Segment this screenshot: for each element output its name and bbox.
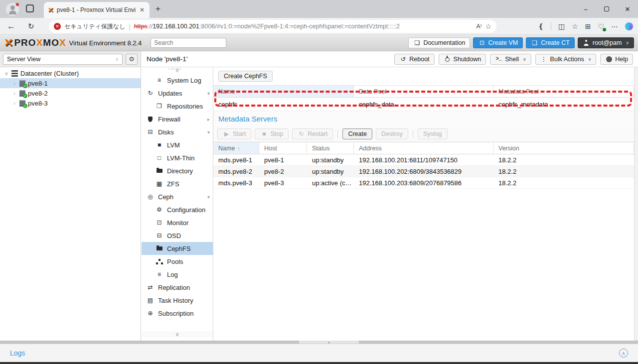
column-header-host[interactable]: Host bbox=[259, 142, 307, 154]
nav-item-firewall[interactable]: Firewall▸ bbox=[142, 113, 213, 125]
table-cell[interactable]: mds.pve8-2 bbox=[213, 166, 259, 177]
bulk-actions-button[interactable]: ⋮Bulk Actions∨ bbox=[535, 54, 597, 65]
column-header-address[interactable]: Address bbox=[354, 142, 493, 154]
restart-button[interactable]: ↻Restart bbox=[292, 128, 333, 139]
copilot-icon[interactable] bbox=[625, 22, 633, 30]
tree-item-datacenter-cluster-[interactable]: ∨Datacenter (Cluster) bbox=[0, 68, 141, 78]
window-minimize-button[interactable]: – bbox=[575, 0, 596, 18]
shutdown-button[interactable]: Shutdown bbox=[439, 54, 486, 65]
table-cell[interactable]: 18.2.2 bbox=[493, 177, 634, 189]
back-icon[interactable]: ← bbox=[7, 21, 15, 31]
create-button[interactable]: Create bbox=[342, 128, 372, 139]
bookmark-star-icon[interactable]: ☆ bbox=[485, 22, 491, 30]
logs-expand-button[interactable]: ∧ bbox=[619, 349, 628, 358]
nav-item-system-log[interactable]: ≡System Log bbox=[142, 74, 213, 87]
table-cell[interactable]: cephfs bbox=[213, 98, 354, 111]
nav-item-cephfs[interactable]: CephFS bbox=[142, 242, 213, 255]
nav-item-subscription[interactable]: ⊕Subscription bbox=[142, 307, 213, 320]
window-close-button[interactable]: ✕ bbox=[617, 0, 638, 18]
table-cell[interactable]: 192.168.100.203:6809/2076879586 bbox=[354, 177, 493, 189]
table-cell[interactable]: pve8-1 bbox=[259, 154, 307, 166]
section-collapse-icon[interactable]: ▾ bbox=[207, 91, 210, 96]
nav-item-updates[interactable]: ↻Updates▾ bbox=[142, 87, 213, 100]
column-header-name[interactable]: Name↑ bbox=[213, 142, 259, 154]
nav-item-zfs[interactable]: ▦ZFS bbox=[142, 177, 213, 190]
reboot-button[interactable]: ↺Reboot bbox=[394, 54, 434, 65]
nav-item-task-history[interactable]: ▤Task History bbox=[142, 294, 213, 307]
expand-icon[interactable]: › bbox=[12, 101, 17, 106]
table-cell[interactable]: pve8-2 bbox=[259, 166, 307, 177]
settings-menu-icon[interactable]: ⋯ bbox=[611, 22, 618, 30]
nav-scroll-down-icon[interactable]: ∨ bbox=[142, 331, 213, 338]
tree-item-pve8-2[interactable]: ›✓pve8-2 bbox=[0, 88, 141, 98]
browser-tab[interactable]: ✕ pve8-1 - Proxmox Virtual Environ ✕ bbox=[44, 2, 150, 18]
web-capture-icon[interactable]: ❴ bbox=[538, 22, 544, 30]
nav-item-repositories[interactable]: ❐Repositories bbox=[142, 100, 213, 113]
start-button[interactable]: ▶Start bbox=[217, 128, 251, 139]
tree-item-pve8-1[interactable]: ›✓pve8-1 bbox=[0, 78, 141, 88]
new-tab-button[interactable]: + bbox=[156, 4, 160, 14]
nav-item-osd[interactable]: ⊟OSD bbox=[142, 229, 213, 242]
nav-item-ceph[interactable]: ◎Ceph▾ bbox=[142, 190, 213, 203]
table-cell[interactable]: up:active (c… bbox=[307, 177, 354, 189]
table-cell[interactable]: 18.2.2 bbox=[493, 154, 634, 166]
nav-item-configuration[interactable]: ⚙Configuration bbox=[142, 203, 213, 216]
root-pam-button[interactable]: root@pam∨ bbox=[578, 37, 634, 48]
nav-item-monitor[interactable]: ⊡Monitor bbox=[142, 216, 213, 229]
help-button[interactable]: Help bbox=[600, 54, 633, 65]
column-header-metadata-pool[interactable]: Metadata Pool bbox=[493, 86, 634, 98]
content-scrollbar[interactable] bbox=[634, 67, 638, 341]
column-header-data-pool[interactable]: Data Pool bbox=[354, 86, 493, 98]
table-cell[interactable]: 192.168.100.202:6809/3843536829 bbox=[354, 166, 493, 177]
table-cell[interactable]: 18.2.2 bbox=[493, 166, 634, 177]
stop-button[interactable]: ■Stop bbox=[255, 128, 289, 139]
table-cell[interactable]: cephfs_metadata bbox=[493, 98, 634, 111]
tab-actions-icon[interactable] bbox=[26, 4, 34, 12]
tab-close-icon[interactable]: ✕ bbox=[139, 6, 146, 13]
section-collapse-icon[interactable]: ▾ bbox=[207, 129, 210, 135]
column-header-name[interactable]: Name↑ bbox=[213, 86, 354, 98]
nav-item-directory[interactable]: Directory bbox=[142, 164, 213, 177]
nav-item-log[interactable]: ≡Log bbox=[142, 268, 213, 281]
split-screen-icon[interactable]: ◫ bbox=[558, 22, 565, 30]
view-selector[interactable]: Server View ∨ bbox=[3, 54, 123, 65]
column-header-status[interactable]: Status bbox=[307, 142, 354, 154]
nav-item-lvm[interactable]: ■LVM bbox=[142, 138, 213, 151]
nav-scroll-up-icon[interactable]: ∧ bbox=[142, 67, 213, 74]
destroy-button[interactable]: Destroy bbox=[376, 128, 408, 139]
syslog-button[interactable]: Syslog bbox=[418, 128, 448, 139]
create-cephfs-button[interactable]: Create CephFS bbox=[218, 71, 273, 82]
nav-item-disks[interactable]: ⊟Disks▾ bbox=[142, 125, 213, 138]
window-maximize-button[interactable] bbox=[596, 0, 617, 18]
table-cell[interactable]: cephfs_data bbox=[354, 98, 493, 111]
section-expand-icon[interactable]: ▸ bbox=[207, 117, 210, 122]
favorites-icon[interactable]: ☆ bbox=[572, 22, 578, 30]
section-collapse-icon[interactable]: ▾ bbox=[207, 194, 210, 200]
collapse-icon[interactable]: ∨ bbox=[4, 71, 9, 76]
table-cell[interactable]: pve8-3 bbox=[259, 177, 307, 189]
shell-button[interactable]: >_Shell∨ bbox=[490, 54, 531, 65]
documentation-button[interactable]: ❏Documentation bbox=[408, 37, 470, 48]
search-input[interactable] bbox=[151, 38, 226, 48]
browser-essentials-icon[interactable]: ♡ bbox=[598, 22, 604, 30]
tree-item-pve8-3[interactable]: ›✓pve8-3 bbox=[0, 98, 141, 108]
table-cell[interactable]: up:standby bbox=[307, 154, 354, 166]
browser-profile-button[interactable] bbox=[6, 3, 19, 16]
collections-icon[interactable]: ⊞ bbox=[585, 22, 591, 30]
create-ct-button[interactable]: ❑Create CT bbox=[526, 37, 575, 48]
nav-item-replication[interactable]: ⇄Replication bbox=[142, 281, 213, 294]
read-aloud-icon[interactable]: A⁾ bbox=[476, 23, 481, 30]
create-vm-button[interactable]: ⊡Create VM bbox=[473, 37, 523, 48]
url-field[interactable]: ✕ セキュリティ保護なし | https://192.168.100.201:8… bbox=[49, 20, 496, 33]
nav-item-pools[interactable]: Pools bbox=[142, 255, 213, 268]
table-cell[interactable]: mds.pve8-1 bbox=[213, 154, 259, 166]
expand-icon[interactable]: › bbox=[12, 91, 17, 96]
tree-settings-button[interactable]: ⚙ bbox=[126, 54, 138, 65]
refresh-icon[interactable]: ↻ bbox=[28, 22, 34, 31]
expand-icon[interactable]: › bbox=[12, 81, 17, 86]
column-header-version[interactable]: Version bbox=[493, 142, 634, 154]
insecure-site-icon[interactable]: ✕ bbox=[54, 23, 61, 30]
table-cell[interactable]: 192.168.100.201:6811/109747150 bbox=[354, 154, 493, 166]
nav-item-lvm-thin[interactable]: □LVM-Thin bbox=[142, 151, 213, 164]
table-cell[interactable]: up:standby bbox=[307, 166, 354, 177]
